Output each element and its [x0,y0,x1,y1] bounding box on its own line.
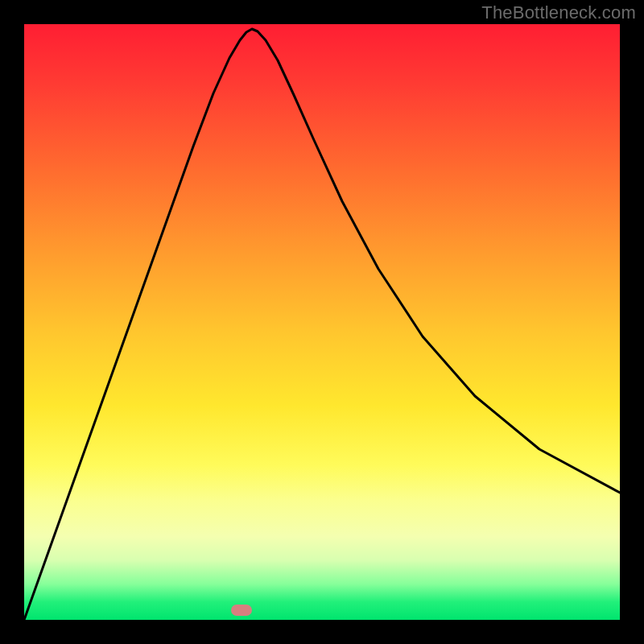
bottleneck-curve [24,24,620,620]
chart-frame: TheBottleneck.com [0,0,644,644]
minimum-marker [231,605,252,616]
plot-area [24,24,620,620]
watermark-text: TheBottleneck.com [481,2,636,23]
